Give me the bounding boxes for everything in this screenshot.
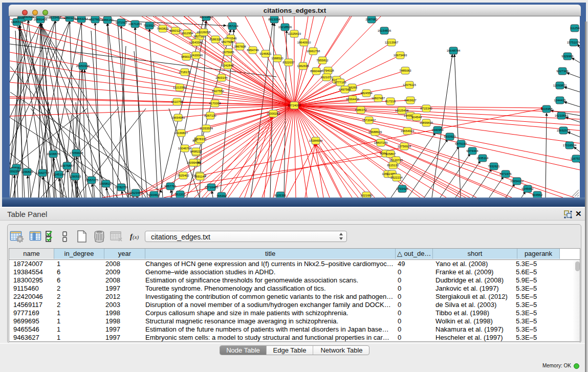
svg-text:1588520: 1588520 bbox=[271, 57, 284, 60]
svg-text:18807249: 18807249 bbox=[374, 141, 388, 144]
svg-text:8186328: 8186328 bbox=[209, 38, 222, 41]
svg-text:2867608: 2867608 bbox=[234, 45, 246, 48]
svg-text:12942737: 12942737 bbox=[36, 171, 50, 174]
svg-text:9245652: 9245652 bbox=[521, 187, 534, 190]
svg-text:2803144: 2803144 bbox=[215, 76, 228, 79]
svg-text:18640910: 18640910 bbox=[297, 41, 311, 44]
svg-text:3675685: 3675685 bbox=[222, 51, 234, 54]
svg-text:16033809: 16033809 bbox=[200, 16, 213, 18]
svg-text:4170064: 4170064 bbox=[209, 102, 221, 105]
svg-text:1621072: 1621072 bbox=[320, 76, 333, 79]
svg-text:15720407: 15720407 bbox=[362, 119, 376, 122]
svg-text:8105391: 8105391 bbox=[274, 194, 287, 197]
svg-text:15300283: 15300283 bbox=[267, 112, 280, 115]
svg-text:17016504: 17016504 bbox=[563, 144, 577, 147]
svg-text:8267130: 8267130 bbox=[204, 114, 216, 117]
svg-text:12975115: 12975115 bbox=[403, 83, 417, 86]
svg-text:8660124: 8660124 bbox=[169, 29, 182, 32]
svg-text:18724007: 18724007 bbox=[288, 104, 301, 107]
svg-text:1071915: 1071915 bbox=[115, 21, 127, 24]
svg-text:904562: 904562 bbox=[532, 193, 543, 196]
svg-text:17359928: 17359928 bbox=[70, 151, 83, 155]
svg-text:16120746: 16120746 bbox=[389, 159, 403, 162]
svg-text:9857791: 9857791 bbox=[164, 185, 177, 188]
svg-text:939159: 939159 bbox=[10, 170, 19, 173]
svg-text:15384554: 15384554 bbox=[309, 139, 323, 142]
svg-text:7955812: 7955812 bbox=[316, 59, 329, 62]
svg-text:9474444: 9474444 bbox=[466, 149, 478, 152]
svg-text:904544: 904544 bbox=[411, 116, 422, 119]
svg-text:3912954: 3912954 bbox=[181, 32, 193, 35]
svg-text:1156829: 1156829 bbox=[21, 170, 34, 173]
svg-text:11353594: 11353594 bbox=[200, 127, 213, 130]
svg-text:3824554: 3824554 bbox=[360, 92, 373, 95]
svg-text:8715340: 8715340 bbox=[420, 107, 432, 110]
svg-text:20364436: 20364436 bbox=[346, 98, 360, 101]
svg-text:8471676: 8471676 bbox=[499, 172, 512, 176]
svg-text:952202: 952202 bbox=[175, 193, 186, 196]
svg-text:3215958: 3215958 bbox=[540, 107, 553, 111]
svg-text:10899695: 10899695 bbox=[420, 121, 433, 124]
svg-text:12213389: 12213389 bbox=[173, 86, 187, 89]
svg-text:2522214: 2522214 bbox=[390, 176, 403, 179]
svg-text:12093872: 12093872 bbox=[553, 84, 567, 87]
svg-text:19166827: 19166827 bbox=[175, 132, 188, 135]
svg-text:7386372: 7386372 bbox=[355, 108, 367, 112]
svg-text:16099489: 16099489 bbox=[187, 161, 201, 164]
svg-text:15716485: 15716485 bbox=[205, 186, 219, 189]
svg-text:15751074: 15751074 bbox=[567, 41, 580, 44]
svg-text:6497568: 6497568 bbox=[339, 88, 351, 91]
svg-text:10756928: 10756928 bbox=[398, 145, 411, 148]
svg-text:7663822: 7663822 bbox=[157, 27, 169, 30]
svg-text:905867: 905867 bbox=[385, 152, 396, 156]
svg-text:7515526: 7515526 bbox=[143, 24, 156, 27]
svg-text:9777169: 9777169 bbox=[334, 81, 346, 84]
svg-text:1610755: 1610755 bbox=[171, 100, 183, 103]
svg-text:16210643: 16210643 bbox=[555, 114, 569, 117]
svg-text:1527602: 1527602 bbox=[89, 18, 101, 21]
svg-text:1244415: 1244415 bbox=[554, 99, 566, 102]
svg-text:20206576: 20206576 bbox=[47, 152, 60, 156]
svg-text:7485063: 7485063 bbox=[399, 69, 411, 72]
svg-text:8454749: 8454749 bbox=[247, 49, 259, 52]
svg-text:5933923: 5933923 bbox=[444, 135, 456, 138]
svg-text:9227349: 9227349 bbox=[556, 70, 569, 73]
svg-text:8427552: 8427552 bbox=[212, 90, 224, 93]
svg-text:1640954: 1640954 bbox=[431, 128, 444, 132]
svg-text:15692971: 15692971 bbox=[557, 129, 571, 132]
svg-text:9329966: 9329966 bbox=[561, 55, 574, 58]
svg-text:6879197: 6879197 bbox=[455, 142, 467, 145]
svg-text:1167533: 1167533 bbox=[571, 157, 580, 160]
svg-text:11325419: 11325419 bbox=[288, 32, 301, 35]
svg-text:8133414: 8133414 bbox=[49, 16, 61, 19]
svg-text:8115132: 8115132 bbox=[387, 164, 400, 167]
svg-text:817216: 817216 bbox=[385, 100, 396, 103]
svg-text:10807487: 10807487 bbox=[372, 97, 385, 100]
svg-text:6466160: 6466160 bbox=[101, 18, 114, 21]
svg-text:12213967: 12213967 bbox=[385, 41, 399, 44]
svg-text:9463627: 9463627 bbox=[404, 99, 417, 102]
svg-text:2087682: 2087682 bbox=[365, 18, 378, 21]
svg-text:9242848: 9242848 bbox=[222, 64, 234, 67]
svg-text:19218506: 19218506 bbox=[278, 26, 292, 29]
svg-text:10973493: 10973493 bbox=[394, 54, 407, 57]
svg-text:8813054: 8813054 bbox=[268, 18, 280, 21]
svg-text:1145194: 1145194 bbox=[53, 173, 66, 176]
svg-text:8878331: 8878331 bbox=[194, 138, 207, 141]
svg-text:1733426: 1733426 bbox=[396, 187, 408, 190]
svg-text:10975887: 10975887 bbox=[60, 164, 74, 167]
svg-text:16782759: 16782759 bbox=[115, 186, 128, 189]
svg-text:7632621: 7632621 bbox=[488, 165, 500, 168]
svg-text:830462: 830462 bbox=[149, 193, 160, 196]
svg-text:20891406: 20891406 bbox=[34, 18, 48, 21]
svg-text:17957275: 17957275 bbox=[85, 179, 99, 182]
svg-text:19654923: 19654923 bbox=[401, 129, 415, 133]
svg-text:9498222: 9498222 bbox=[190, 150, 202, 153]
svg-text:111254: 111254 bbox=[570, 27, 580, 30]
svg-text:10025458: 10025458 bbox=[395, 109, 409, 112]
svg-text:10958107: 10958107 bbox=[99, 182, 113, 185]
svg-text:1840621: 1840621 bbox=[22, 16, 34, 18]
svg-text:765392: 765392 bbox=[216, 194, 227, 198]
svg-text:23226058: 23226058 bbox=[197, 31, 211, 34]
svg-text:1691144: 1691144 bbox=[194, 175, 207, 178]
